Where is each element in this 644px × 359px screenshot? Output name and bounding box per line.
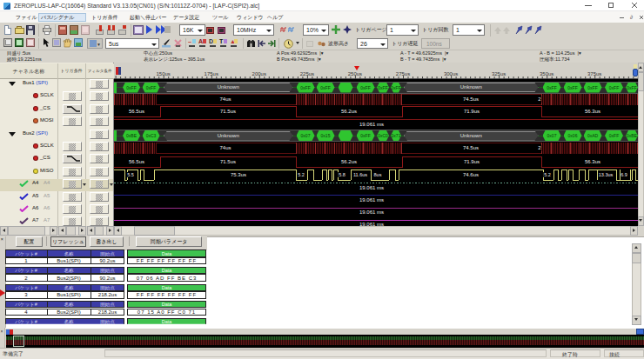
svg-text:325us: 325us	[492, 71, 506, 76]
svg-text:200us: 200us	[252, 71, 266, 76]
svg-text:300us: 300us	[444, 71, 458, 76]
